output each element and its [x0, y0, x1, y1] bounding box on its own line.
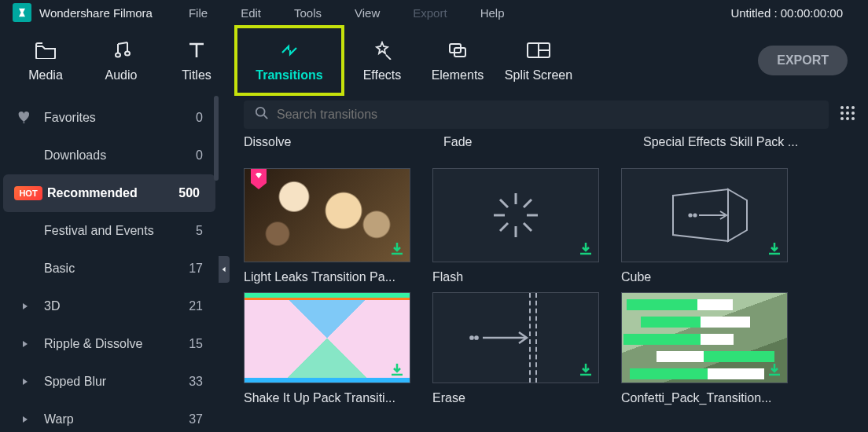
svg-point-18	[840, 117, 844, 120]
menu-help[interactable]: Help	[479, 3, 506, 23]
transition-card[interactable]: Light Leaks Transition Pa...	[244, 168, 410, 284]
app-logo	[13, 3, 31, 22]
sidebar-item-label: Recommended	[47, 186, 178, 200]
tool-media[interactable]: Media	[8, 25, 83, 96]
card-label: Dissolve	[244, 135, 410, 149]
sidebar-item-ripple[interactable]: Ripple & Dissolve 15	[0, 325, 219, 363]
svg-point-12	[840, 106, 844, 109]
download-icon[interactable]	[389, 362, 405, 378]
svg-point-13	[846, 106, 849, 109]
svg-line-27	[524, 200, 531, 207]
menu-view[interactable]: View	[353, 3, 381, 23]
sidebar-item-festival[interactable]: Festival and Events 5	[0, 212, 219, 250]
search-icon	[255, 106, 269, 123]
download-icon[interactable]	[767, 241, 782, 257]
download-icon[interactable]	[389, 241, 405, 257]
layers-icon	[447, 38, 468, 62]
svg-marker-7	[23, 379, 28, 385]
svg-line-28	[500, 223, 508, 231]
transition-thumb	[244, 168, 410, 262]
transition-thumb	[432, 292, 599, 383]
sidebar-item-count: 500	[178, 186, 200, 200]
tool-audio[interactable]: Audio	[83, 25, 159, 96]
card-label: Special Effects Skill Pack ...	[643, 135, 810, 149]
transition-thumb	[244, 292, 410, 383]
transitions-panel: Dissolve Fade Special Effects Skill Pack…	[219, 96, 868, 432]
download-icon[interactable]	[767, 362, 782, 378]
splitscreen-icon	[527, 38, 550, 62]
sidebar-item-basic[interactable]: Basic 17	[0, 250, 219, 287]
tool-transitions[interactable]: Transitions	[234, 25, 344, 96]
sidebar-item-count: 15	[184, 337, 203, 351]
download-icon[interactable]	[578, 362, 594, 378]
tool-splitscreen[interactable]: Split Screen	[495, 25, 582, 96]
main-area: Favorites 0 Downloads 0 HOT Recommended …	[0, 96, 868, 432]
tool-label: Elements	[432, 68, 484, 82]
svg-point-10	[256, 108, 265, 116]
svg-line-26	[524, 223, 531, 231]
svg-point-20	[851, 117, 855, 120]
chevron-right-icon	[13, 416, 38, 423]
wand-icon	[372, 38, 392, 62]
sidebar-item-label: Festival and Events	[44, 224, 184, 238]
sidebar-item-downloads[interactable]: Downloads 0	[0, 137, 219, 174]
product-name: Wondershare Filmora	[39, 6, 153, 20]
sidebar-item-label: Downloads	[44, 148, 184, 163]
menu-tools[interactable]: Tools	[292, 3, 323, 23]
heart-icon	[13, 110, 38, 126]
export-button[interactable]: EXPORT	[758, 46, 848, 75]
menu-file[interactable]: File	[187, 3, 209, 23]
sidebar-item-count: 17	[184, 262, 203, 276]
svg-point-17	[851, 112, 855, 115]
sidebar-item-label: Warp	[44, 412, 184, 427]
project-title: Untitled : 00:00:00:00	[730, 6, 843, 20]
tool-titles[interactable]: Titles	[159, 25, 234, 96]
download-icon[interactable]	[578, 241, 594, 257]
sidebar-item-recommended[interactable]: HOT Recommended 500	[3, 174, 215, 212]
sidebar-item-label: Ripple & Dissolve	[44, 337, 184, 351]
tool-label: Split Screen	[505, 68, 572, 82]
tool-label: Effects	[363, 68, 402, 82]
transition-card[interactable]: Shake It Up Pack Transiti...	[244, 292, 410, 405]
transition-card[interactable]: Confetti_Pack_Transition...	[621, 292, 788, 405]
transition-card[interactable]: Erase	[432, 292, 599, 405]
tool-elements[interactable]: Elements	[420, 25, 495, 96]
chevron-right-icon	[13, 302, 38, 310]
tool-label: Titles	[182, 68, 211, 82]
premium-badge-icon	[249, 169, 268, 194]
collapse-sidebar-button[interactable]	[219, 256, 230, 283]
search-box[interactable]	[244, 101, 829, 129]
sidebar-item-count: 33	[184, 375, 203, 389]
sidebar-item-warp[interactable]: Warp 37	[0, 401, 219, 432]
transition-thumb	[432, 168, 599, 262]
svg-line-25	[500, 200, 508, 207]
menu-export: Export	[411, 3, 448, 23]
sidebar-item-count: 37	[184, 412, 203, 427]
sidebar-item-label: Favorites	[44, 111, 184, 125]
svg-line-11	[264, 115, 268, 119]
sidebar-item-count: 21	[184, 299, 203, 313]
svg-point-14	[851, 106, 855, 109]
search-input[interactable]	[277, 108, 818, 122]
sidebar-item-speedblur[interactable]: Spped Blur 33	[0, 363, 219, 401]
sidebar-item-count: 0	[184, 148, 203, 163]
transition-card[interactable]: Flash	[432, 168, 599, 284]
titlebar: Wondershare Filmora File Edit Tools View…	[0, 0, 868, 25]
sidebar-item-favorites[interactable]: Favorites 0	[0, 99, 219, 137]
transition-card[interactable]: Cube	[621, 168, 788, 284]
text-icon	[188, 38, 205, 62]
view-grid-icon[interactable]	[840, 105, 855, 124]
svg-marker-5	[23, 303, 28, 309]
svg-point-15	[840, 112, 844, 115]
card-label: Cube	[621, 270, 788, 284]
card-label: Confetti_Pack_Transition...	[621, 391, 788, 405]
svg-marker-8	[23, 416, 28, 423]
sidebar-item-3d[interactable]: 3D 21	[0, 287, 219, 325]
sidebar-item-label: Basic	[44, 262, 184, 276]
tool-effects[interactable]: Effects	[344, 25, 420, 96]
toolbar: Media Audio Titles Transitions Effects E…	[0, 25, 868, 96]
chevron-right-icon	[13, 378, 38, 386]
menu-edit[interactable]: Edit	[239, 3, 263, 23]
svg-point-32	[693, 214, 696, 216]
category-sidebar: Favorites 0 Downloads 0 HOT Recommended …	[0, 96, 219, 432]
